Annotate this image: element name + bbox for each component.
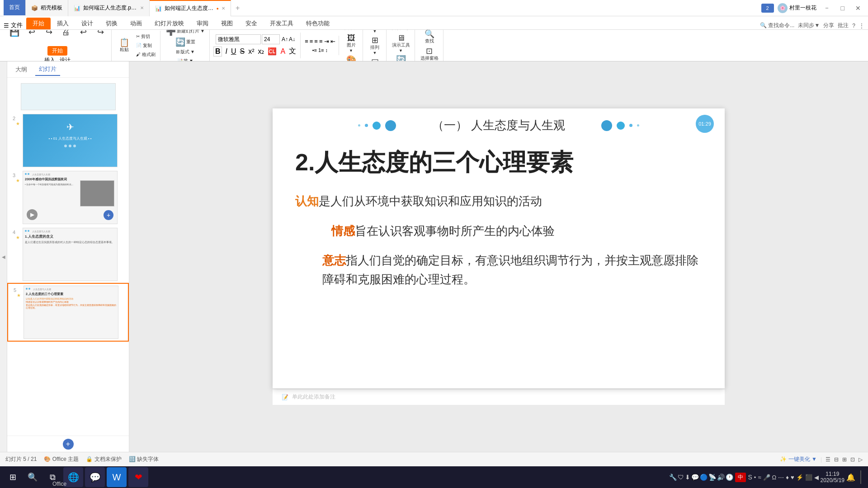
view-normal-btn[interactable]: ☰	[826, 456, 830, 463]
tray-icon-misc5[interactable]: ◀	[814, 474, 819, 481]
ribbon-tab-security[interactable]: 安全	[239, 18, 264, 29]
bold-btn[interactable]: B	[213, 47, 222, 56]
wps-tray[interactable]: S	[748, 474, 752, 481]
tray-icon-7[interactable]: 🔊	[717, 474, 725, 481]
underline-btn[interactable]: U	[230, 47, 238, 56]
tray-icon-1[interactable]: 🔧	[669, 474, 677, 481]
replace-btn[interactable]: 🔄替换▼	[393, 55, 409, 62]
tray-icon-8[interactable]: 🕐	[726, 474, 733, 481]
mic-icon[interactable]: 🎤	[763, 474, 770, 481]
superscript-btn[interactable]: x²	[247, 47, 255, 56]
collaboration[interactable]: 未同步▼	[798, 22, 820, 29]
comment-btn[interactable]: 批注	[838, 22, 849, 29]
view-read-btn[interactable]: ▷	[859, 456, 863, 463]
notification-btn[interactable]: 🔔	[846, 473, 855, 482]
time-display[interactable]: 11:19 2020/5/19	[821, 471, 844, 483]
tray-icon-5[interactable]: 🔵	[700, 474, 708, 481]
ribbon-tab-review[interactable]: 审阅	[190, 18, 215, 29]
slide-item-5[interactable]: 5 ★ 人生态度与人生观 2.人生态度的三个心理要素 认知是人们从环境中获取知识…	[7, 283, 129, 342]
file-menu[interactable]: ☰ 文件	[4, 21, 23, 29]
align-center-btn[interactable]: ≡	[309, 38, 314, 45]
slide-canvas[interactable]: （一） 人生态度与人生观 01:29 2.人生态度的三个心理要素 认知是人们从环…	[273, 108, 725, 389]
taskbar-wechat[interactable]: 💬	[85, 467, 105, 487]
design-btn[interactable]: 设计	[60, 56, 71, 62]
reset-btn[interactable]: 🔄 重置	[174, 37, 197, 47]
dot-icon-3[interactable]: Ω	[772, 474, 777, 481]
present-tools-btn[interactable]: 🖥演示工具▼	[390, 33, 412, 54]
sidebar-tab-outline[interactable]: 大纲	[12, 64, 31, 75]
slide-item-4[interactable]: 4 ★ 人生态度与人生观 1.人生态度的含义 是人们通过生活实践所形成的对人生的…	[7, 226, 129, 283]
align-right-btn[interactable]: ≡	[314, 38, 318, 45]
layout-btn[interactable]: ⊞ 版式 ▼	[174, 48, 197, 56]
view-grid-btn[interactable]: ⊞	[842, 456, 847, 463]
dot-icon-1[interactable]: •	[754, 474, 756, 481]
copy-btn[interactable]: 📄复制	[134, 42, 157, 50]
tab-home[interactable]: 首页	[4, 0, 26, 16]
tab-file1[interactable]: 📊 如何端正人生态度.pptx ✕	[68, 0, 150, 16]
tray-icon-misc3[interactable]: ⚡	[796, 474, 803, 481]
tray-icon-misc4[interactable]: ⬛	[805, 474, 812, 481]
font-grow-btn[interactable]: A↑	[282, 36, 288, 42]
note-placeholder[interactable]: 单此此处添加备注	[292, 393, 335, 401]
font-family-input[interactable]	[216, 34, 261, 44]
view-notes-btn[interactable]: ⊡	[850, 456, 855, 463]
section-btn[interactable]: 📑 节 ▼	[175, 57, 195, 62]
subscript-btn[interactable]: x₂	[256, 47, 265, 56]
ribbon-tab-design[interactable]: 设计	[75, 18, 99, 29]
find-btn[interactable]: 🔍查找	[421, 30, 438, 45]
undo-btn[interactable]: ↩	[24, 30, 40, 37]
clear-format-btn[interactable]: 🆑	[266, 47, 278, 56]
win-min-btn[interactable]: －	[820, 4, 834, 12]
list-bullet-btn[interactable]: •≡	[312, 47, 317, 53]
tray-icon-misc2[interactable]: ♥	[791, 474, 794, 481]
slide3-add-btn[interactable]: +	[104, 210, 113, 220]
input-method-cn[interactable]: 中	[735, 473, 746, 482]
redo-btn[interactable]: ↪	[41, 30, 57, 37]
share-btn[interactable]: 分享	[823, 22, 834, 29]
italic-btn[interactable]: I	[224, 47, 228, 56]
save-btn[interactable]: 💾	[6, 30, 23, 37]
dot-icon-2[interactable]: ≈	[758, 474, 761, 481]
slide-item-1[interactable]	[7, 81, 129, 112]
align-justify-btn[interactable]: ≡	[319, 38, 323, 45]
ribbon-tab-view[interactable]: 视图	[215, 18, 239, 29]
ribbon-tab-slideshow[interactable]: 幻灯片放映	[148, 18, 190, 29]
strikethrough-btn[interactable]: S	[238, 47, 246, 56]
tray-icon-4[interactable]: 💬	[691, 474, 699, 481]
format-painter-btn[interactable]: 🖌格式刷	[134, 51, 157, 59]
tab-add[interactable]: +	[231, 4, 244, 12]
tray-icon-3[interactable]: ⬇	[685, 474, 690, 481]
tab-template[interactable]: 📦 稻壳模板	[26, 0, 68, 16]
tray-icon-2[interactable]: 🛡	[678, 474, 684, 481]
font-shrink-btn[interactable]: A↓	[289, 36, 295, 42]
text-shadow-btn[interactable]: 文	[288, 46, 297, 56]
taskbar-app4[interactable]: ❤	[128, 467, 148, 487]
outline-btn[interactable]: ◱轮廓▼	[367, 57, 383, 62]
line-spacing-btn[interactable]: ↕	[325, 47, 329, 53]
start-menu-btn[interactable]: ⊞	[4, 468, 22, 486]
tray-icon-6[interactable]: 📡	[708, 474, 716, 481]
print-btn[interactable]: 🖨	[58, 30, 74, 37]
textbox-btn[interactable]: 📝文本框	[343, 30, 360, 32]
shape-btn[interactable]: ⬟形状▼	[367, 30, 383, 34]
new-slide-btn[interactable]: ➕ 新建幻灯片 ▼	[164, 30, 207, 36]
slide-item-3[interactable]: 3 ★ 人生态度与人生观 2006年感动中国洪战辉颁奖词 • 生命中每一个时刻都…	[7, 169, 129, 226]
taskbar-wps[interactable]: W	[107, 467, 127, 487]
tab-file2-close[interactable]: ✕	[222, 6, 225, 11]
redo2-btn[interactable]: ↪	[92, 30, 108, 37]
doc-assistant-btn[interactable]: 🤖文档助手	[390, 30, 412, 32]
ribbon-tab-insert[interactable]: 插入	[51, 18, 75, 29]
arrange-btn[interactable]: ⊞排列▼	[367, 35, 383, 56]
font-size-input[interactable]	[262, 34, 280, 44]
ribbon-tab-special[interactable]: 特色功能	[300, 18, 336, 29]
add-slide-btn[interactable]: +	[63, 439, 74, 450]
align-left-btn[interactable]: ≡	[304, 38, 309, 45]
tab-file2[interactable]: 📊 如何端正人生态度.pptx ● ✕	[150, 0, 231, 16]
image-btn[interactable]: 🖼图片▼	[343, 33, 359, 54]
slide-item-2[interactable]: 2 ★ ✈ • • 01 人生态度与人生观 • •	[7, 112, 129, 169]
more-tray-icon[interactable]: ⋯	[778, 474, 784, 481]
fill-btn[interactable]: 🎨填充▼	[343, 55, 359, 62]
tray-icon-misc1[interactable]: ♦	[786, 474, 789, 481]
view-outline-btn[interactable]: ⊟	[834, 456, 839, 463]
undo2-btn[interactable]: ↩	[75, 30, 91, 37]
